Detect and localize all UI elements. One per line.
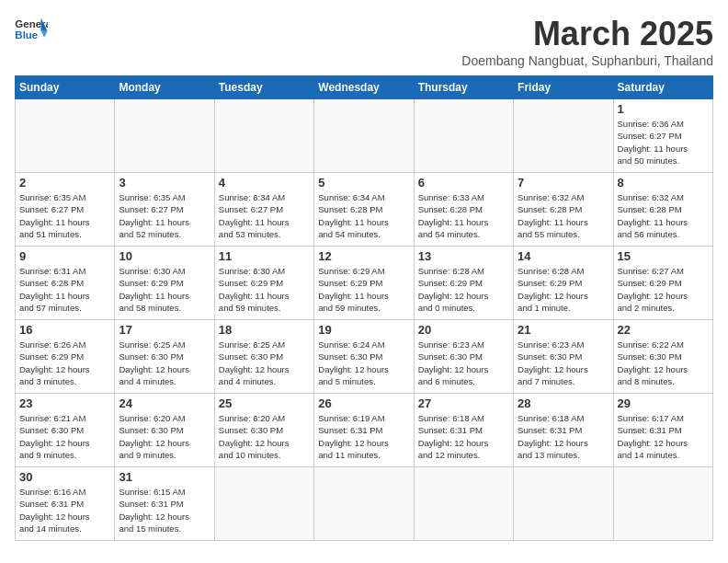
day-number: 16 xyxy=(19,323,110,337)
day-info: Sunrise: 6:23 AM Sunset: 6:30 PM Dayligh… xyxy=(418,339,509,387)
day-info: Sunrise: 6:35 AM Sunset: 6:27 PM Dayligh… xyxy=(119,191,210,240)
weekday-header-wednesday: Wednesday xyxy=(314,76,414,99)
calendar-cell xyxy=(115,99,214,173)
day-info: Sunrise: 6:22 AM Sunset: 6:30 PM Dayligh… xyxy=(618,339,709,387)
calendar-cell: 19Sunrise: 6:24 AM Sunset: 6:30 PM Dayli… xyxy=(314,320,414,394)
weekday-header-row: SundayMondayTuesdayWednesdayThursdayFrid… xyxy=(16,76,713,99)
header: General Blue March 2025 Doembang Nangbua… xyxy=(15,15,713,68)
calendar-table: SundayMondayTuesdayWednesdayThursdayFrid… xyxy=(15,75,713,541)
day-number: 7 xyxy=(518,176,609,190)
day-info: Sunrise: 6:23 AM Sunset: 6:30 PM Dayligh… xyxy=(518,339,609,387)
day-number: 28 xyxy=(518,396,609,410)
day-number: 29 xyxy=(618,396,709,410)
calendar-cell xyxy=(314,99,414,173)
calendar-cell xyxy=(613,467,712,541)
calendar-cell: 27Sunrise: 6:18 AM Sunset: 6:31 PM Dayli… xyxy=(414,394,513,467)
svg-text:Blue: Blue xyxy=(15,29,38,40)
weekday-header-thursday: Thursday xyxy=(414,76,513,99)
day-number: 8 xyxy=(618,176,709,190)
calendar-cell xyxy=(514,99,613,173)
day-number: 30 xyxy=(19,470,110,484)
day-number: 21 xyxy=(518,323,609,337)
day-number: 15 xyxy=(618,249,709,263)
calendar-cell: 20Sunrise: 6:23 AM Sunset: 6:30 PM Dayli… xyxy=(414,320,513,394)
calendar-cell: 18Sunrise: 6:25 AM Sunset: 6:30 PM Dayli… xyxy=(214,320,313,394)
title-area: March 2025 Doembang Nangbuat, Suphanburi… xyxy=(461,15,713,68)
day-number: 26 xyxy=(318,396,409,410)
day-number: 13 xyxy=(418,249,509,263)
calendar-cell: 29Sunrise: 6:17 AM Sunset: 6:31 PM Dayli… xyxy=(613,394,712,467)
day-info: Sunrise: 6:25 AM Sunset: 6:30 PM Dayligh… xyxy=(119,339,210,387)
day-number: 27 xyxy=(418,396,509,410)
calendar-cell: 10Sunrise: 6:30 AM Sunset: 6:29 PM Dayli… xyxy=(115,247,214,320)
day-info: Sunrise: 6:25 AM Sunset: 6:30 PM Dayligh… xyxy=(219,339,310,387)
calendar-cell xyxy=(214,99,313,173)
calendar-cell: 4Sunrise: 6:34 AM Sunset: 6:27 PM Daylig… xyxy=(214,173,313,247)
calendar-cell: 31Sunrise: 6:15 AM Sunset: 6:31 PM Dayli… xyxy=(115,467,214,541)
day-number: 9 xyxy=(19,249,110,263)
week-row-4: 23Sunrise: 6:21 AM Sunset: 6:30 PM Dayli… xyxy=(16,394,713,467)
day-info: Sunrise: 6:16 AM Sunset: 6:31 PM Dayligh… xyxy=(19,486,110,534)
calendar-cell: 13Sunrise: 6:28 AM Sunset: 6:29 PM Dayli… xyxy=(414,247,513,320)
day-number: 23 xyxy=(19,396,110,410)
day-info: Sunrise: 6:34 AM Sunset: 6:28 PM Dayligh… xyxy=(318,191,409,240)
day-info: Sunrise: 6:31 AM Sunset: 6:28 PM Dayligh… xyxy=(19,265,110,314)
calendar-cell: 22Sunrise: 6:22 AM Sunset: 6:30 PM Dayli… xyxy=(613,320,712,394)
day-number: 22 xyxy=(618,323,709,337)
svg-marker-3 xyxy=(41,31,48,38)
day-number: 4 xyxy=(219,176,310,190)
calendar-cell xyxy=(414,467,513,541)
calendar-cell: 5Sunrise: 6:34 AM Sunset: 6:28 PM Daylig… xyxy=(314,173,414,247)
calendar-cell: 17Sunrise: 6:25 AM Sunset: 6:30 PM Dayli… xyxy=(115,320,214,394)
day-number: 24 xyxy=(119,396,210,410)
day-number: 5 xyxy=(318,176,409,190)
day-number: 1 xyxy=(618,102,709,116)
day-info: Sunrise: 6:26 AM Sunset: 6:29 PM Dayligh… xyxy=(19,339,110,387)
weekday-header-monday: Monday xyxy=(115,76,214,99)
calendar-cell: 24Sunrise: 6:20 AM Sunset: 6:30 PM Dayli… xyxy=(115,394,214,467)
weekday-header-friday: Friday xyxy=(514,76,613,99)
day-number: 17 xyxy=(119,323,210,337)
calendar-cell: 2Sunrise: 6:35 AM Sunset: 6:27 PM Daylig… xyxy=(16,173,115,247)
week-row-3: 16Sunrise: 6:26 AM Sunset: 6:29 PM Dayli… xyxy=(16,320,713,394)
week-row-1: 2Sunrise: 6:35 AM Sunset: 6:27 PM Daylig… xyxy=(16,173,713,247)
day-info: Sunrise: 6:18 AM Sunset: 6:31 PM Dayligh… xyxy=(418,412,509,461)
weekday-header-sunday: Sunday xyxy=(16,76,115,99)
day-info: Sunrise: 6:15 AM Sunset: 6:31 PM Dayligh… xyxy=(119,486,210,534)
weekday-header-tuesday: Tuesday xyxy=(214,76,313,99)
calendar-title: March 2025 xyxy=(461,15,713,53)
day-info: Sunrise: 6:29 AM Sunset: 6:29 PM Dayligh… xyxy=(318,265,409,314)
calendar-cell: 26Sunrise: 6:19 AM Sunset: 6:31 PM Dayli… xyxy=(314,394,414,467)
day-info: Sunrise: 6:34 AM Sunset: 6:27 PM Dayligh… xyxy=(219,191,310,240)
calendar-cell xyxy=(314,467,414,541)
day-info: Sunrise: 6:32 AM Sunset: 6:28 PM Dayligh… xyxy=(618,191,709,240)
day-info: Sunrise: 6:17 AM Sunset: 6:31 PM Dayligh… xyxy=(618,412,709,461)
day-info: Sunrise: 6:20 AM Sunset: 6:30 PM Dayligh… xyxy=(219,412,310,461)
day-number: 14 xyxy=(518,249,609,263)
day-info: Sunrise: 6:30 AM Sunset: 6:29 PM Dayligh… xyxy=(219,265,310,314)
calendar-cell: 14Sunrise: 6:28 AM Sunset: 6:29 PM Dayli… xyxy=(514,247,613,320)
calendar-cell: 8Sunrise: 6:32 AM Sunset: 6:28 PM Daylig… xyxy=(613,173,712,247)
calendar-cell: 6Sunrise: 6:33 AM Sunset: 6:28 PM Daylig… xyxy=(414,173,513,247)
calendar-cell: 25Sunrise: 6:20 AM Sunset: 6:30 PM Dayli… xyxy=(214,394,313,467)
day-info: Sunrise: 6:18 AM Sunset: 6:31 PM Dayligh… xyxy=(518,412,609,461)
day-info: Sunrise: 6:33 AM Sunset: 6:28 PM Dayligh… xyxy=(418,191,509,240)
day-info: Sunrise: 6:32 AM Sunset: 6:28 PM Dayligh… xyxy=(518,191,609,240)
day-info: Sunrise: 6:24 AM Sunset: 6:30 PM Dayligh… xyxy=(318,339,409,387)
day-number: 10 xyxy=(119,249,210,263)
day-number: 25 xyxy=(219,396,310,410)
calendar-subtitle: Doembang Nangbuat, Suphanburi, Thailand xyxy=(461,53,713,68)
week-row-2: 9Sunrise: 6:31 AM Sunset: 6:28 PM Daylig… xyxy=(16,247,713,320)
calendar-cell: 12Sunrise: 6:29 AM Sunset: 6:29 PM Dayli… xyxy=(314,247,414,320)
day-number: 12 xyxy=(318,249,409,263)
calendar-cell: 3Sunrise: 6:35 AM Sunset: 6:27 PM Daylig… xyxy=(115,173,214,247)
weekday-header-saturday: Saturday xyxy=(613,76,712,99)
day-info: Sunrise: 6:28 AM Sunset: 6:29 PM Dayligh… xyxy=(418,265,509,314)
day-number: 20 xyxy=(418,323,509,337)
day-info: Sunrise: 6:28 AM Sunset: 6:29 PM Dayligh… xyxy=(518,265,609,314)
day-info: Sunrise: 6:36 AM Sunset: 6:27 PM Dayligh… xyxy=(618,118,709,167)
day-info: Sunrise: 6:27 AM Sunset: 6:29 PM Dayligh… xyxy=(618,265,709,314)
day-number: 11 xyxy=(219,249,310,263)
calendar-cell: 30Sunrise: 6:16 AM Sunset: 6:31 PM Dayli… xyxy=(16,467,115,541)
calendar-cell xyxy=(414,99,513,173)
